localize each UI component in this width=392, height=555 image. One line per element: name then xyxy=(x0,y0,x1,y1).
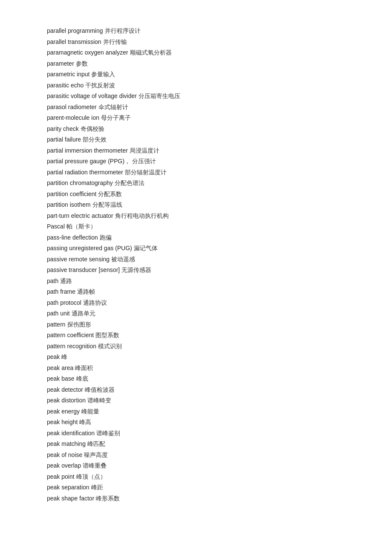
entries-list: parallel programming并行程序设计parallel trans… xyxy=(47,26,345,503)
list-item: part-turn electric actuator角行程电动执行机构 xyxy=(47,211,345,221)
list-item: parametric input参量输入 xyxy=(47,69,345,80)
entry-chinese: 模式识别 xyxy=(98,343,122,350)
entry-chinese: 谱峰重叠 xyxy=(83,462,107,469)
list-item: pass-line deflection跑偏 xyxy=(47,232,345,243)
entry-english: partial pressure gauge (PPG)， xyxy=(47,158,130,165)
entry-chinese: 峰高 xyxy=(79,419,91,425)
list-item: peak separation峰距 xyxy=(47,482,345,493)
entry-chinese: 图型系数 xyxy=(95,332,119,338)
entry-english: parasol radiometer xyxy=(47,104,97,110)
list-item: path通路 xyxy=(47,276,345,286)
list-item: Pascal帕（斯卡） xyxy=(47,221,345,232)
entry-english: peak of noise xyxy=(47,451,82,458)
entry-english: peak area xyxy=(47,364,73,371)
entry-english: pattern recognition xyxy=(47,343,96,350)
list-item: partial immersion thermometer局浸温度计 xyxy=(47,145,345,156)
list-item: parameter参数 xyxy=(47,58,345,69)
list-item: peak distortion谱峰畸变 xyxy=(47,395,345,406)
list-item: passive transducer [sensor]无源传感器 xyxy=(47,265,345,275)
list-item: parent-molecule ion母分子离子 xyxy=(47,113,345,123)
entry-chinese: 角行程电动执行机构 xyxy=(115,212,169,219)
list-item: peak峰 xyxy=(47,352,345,362)
entry-english: partial failure xyxy=(47,136,81,143)
entry-chinese: 通路帧 xyxy=(77,288,95,295)
entry-chinese: 分压箱寄生电压 xyxy=(138,92,180,99)
list-item: peak area峰面积 xyxy=(47,363,345,373)
entry-english: parallel transmission xyxy=(47,38,101,45)
entry-english: path protocol xyxy=(47,299,81,306)
list-item: peak of noise噪声高度 xyxy=(47,450,345,460)
entry-english: peak matching xyxy=(47,440,86,447)
entry-chinese: 峰值检波器 xyxy=(85,386,115,393)
entry-english: peak xyxy=(47,353,60,360)
list-item: parallel transmission并行传输 xyxy=(47,37,345,47)
list-item: partition isothem分配等温线 xyxy=(47,199,345,210)
list-item: pattern探伤图形 xyxy=(47,319,345,330)
entry-chinese: 帕（斯卡） xyxy=(66,223,96,230)
entry-english: peak energy xyxy=(47,408,80,415)
entry-chinese: 并行程序设计 xyxy=(105,27,141,34)
list-item: peak overlap谱峰重叠 xyxy=(47,460,345,471)
entry-english: parent-molecule ion xyxy=(47,114,99,121)
list-item: peak height峰高 xyxy=(47,417,345,428)
entry-english: peak height xyxy=(47,419,78,425)
entry-english: parametric input xyxy=(47,71,89,78)
entry-english: partition chromatography xyxy=(47,179,113,186)
entry-chinese: 奇偶校验 xyxy=(81,125,104,132)
entry-english: paramagnetic oxygen analyzer xyxy=(47,49,128,56)
entry-chinese: 部分失效 xyxy=(83,136,107,143)
list-item: peak matching峰匹配 xyxy=(47,439,345,449)
entry-english: path frame xyxy=(47,288,75,295)
entry-english: passing unregistered gas (PUG) xyxy=(47,245,132,251)
list-item: peak base峰底 xyxy=(47,373,345,384)
list-item: parasitic voltage of voltage divider分压箱寄… xyxy=(47,91,345,101)
entry-english: partial radiation thermometer xyxy=(47,169,123,176)
list-item: path protocol通路协议 xyxy=(47,298,345,308)
entry-chinese: 参量输入 xyxy=(91,71,115,78)
entry-english: parity check xyxy=(47,125,79,132)
list-item: pattern coefficient图型系数 xyxy=(47,330,345,341)
entry-chinese: 峰匹配 xyxy=(87,440,105,447)
entry-english: peak point xyxy=(47,473,75,480)
entry-english: peak base xyxy=(47,375,75,382)
entry-chinese: 通路单元 xyxy=(72,310,95,317)
list-item: partial pressure gauge (PPG)，分压强计 xyxy=(47,156,345,167)
entry-english: peak identification xyxy=(47,430,95,436)
entry-chinese: 谱峰畸变 xyxy=(87,397,111,404)
entry-english: partition isothem xyxy=(47,201,91,208)
entry-chinese: 顺磁式氧分析器 xyxy=(130,49,172,56)
list-item: peak point峰顶（点） xyxy=(47,471,345,482)
entry-english: pattern xyxy=(47,321,66,328)
list-item: path unit通路单元 xyxy=(47,308,345,319)
entry-english: path unit xyxy=(47,310,70,317)
entry-chinese: 局浸温度计 xyxy=(130,147,159,154)
entry-chinese: 峰底 xyxy=(76,375,88,382)
entry-chinese: 噪声高度 xyxy=(84,451,108,458)
entry-chinese: 峰顶（点） xyxy=(76,473,106,480)
entry-english: peak overlap xyxy=(47,462,81,469)
entry-english: peak detector xyxy=(47,386,83,393)
entry-english: parallel programming xyxy=(47,27,103,34)
list-item: parallel programming并行程序设计 xyxy=(47,26,345,36)
entry-chinese: 被动遥感 xyxy=(111,256,135,263)
entry-english: parameter xyxy=(47,60,74,67)
entry-english: partition coefficient xyxy=(47,191,96,197)
entry-chinese: 分配系数 xyxy=(98,191,122,197)
entry-chinese: 探伤图形 xyxy=(67,321,91,328)
entry-english: peak separation xyxy=(47,484,89,491)
entry-english: parasitic echo xyxy=(47,82,84,89)
entry-chinese: 峰能量 xyxy=(81,408,99,415)
list-item: parity check奇偶校验 xyxy=(47,124,345,134)
list-item: passing unregistered gas (PUG)漏记气体 xyxy=(47,243,345,254)
entry-chinese: 漏记气体 xyxy=(134,245,158,251)
entry-chinese: 参数 xyxy=(76,60,88,67)
entry-english: passive transducer [sensor] xyxy=(47,266,120,273)
entry-chinese: 分压强计 xyxy=(132,158,156,165)
list-item: parasol radiometer伞式辐射计 xyxy=(47,102,345,113)
list-item: partition chromatography分配色谱法 xyxy=(47,178,345,188)
entry-chinese: 通路 xyxy=(60,278,72,284)
entry-chinese: 峰形系数 xyxy=(96,495,120,502)
entry-english: passive remote sensing xyxy=(47,256,110,263)
entry-chinese: 并行传输 xyxy=(103,38,127,45)
list-item: parasitic echo干扰反射波 xyxy=(47,80,345,91)
